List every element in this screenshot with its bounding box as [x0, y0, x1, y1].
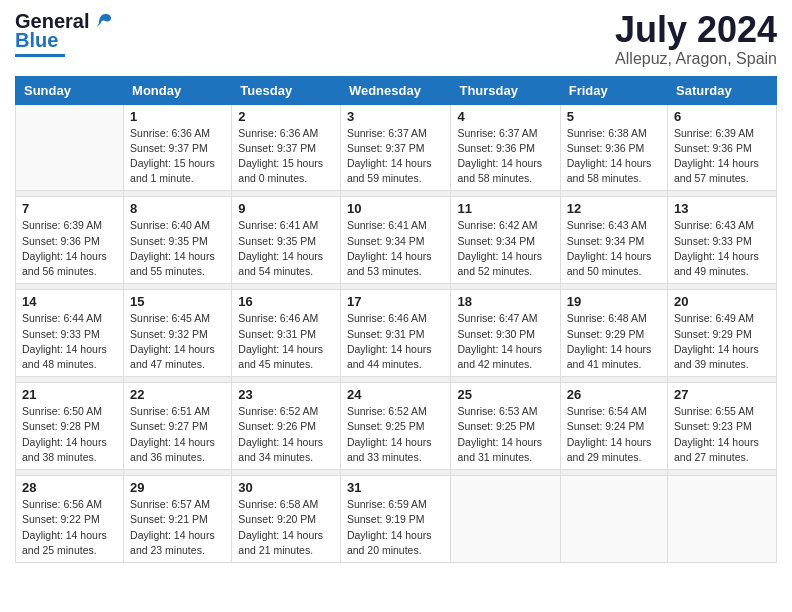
day-number: 16 [238, 294, 334, 309]
calendar-cell: 23Sunrise: 6:52 AM Sunset: 9:26 PM Dayli… [232, 383, 341, 470]
day-info: Sunrise: 6:44 AM Sunset: 9:33 PM Dayligh… [22, 311, 117, 372]
day-number: 13 [674, 201, 770, 216]
calendar-cell: 2Sunrise: 6:36 AM Sunset: 9:37 PM Daylig… [232, 104, 341, 191]
calendar-cell [668, 476, 777, 563]
calendar-cell: 31Sunrise: 6:59 AM Sunset: 9:19 PM Dayli… [340, 476, 451, 563]
header: General Blue July 2024 Allepuz, Aragon, … [15, 10, 777, 68]
day-number: 30 [238, 480, 334, 495]
day-info: Sunrise: 6:45 AM Sunset: 9:32 PM Dayligh… [130, 311, 225, 372]
day-number: 10 [347, 201, 445, 216]
calendar-cell: 21Sunrise: 6:50 AM Sunset: 9:28 PM Dayli… [16, 383, 124, 470]
calendar-cell: 20Sunrise: 6:49 AM Sunset: 9:29 PM Dayli… [668, 290, 777, 377]
day-number: 28 [22, 480, 117, 495]
calendar-cell: 6Sunrise: 6:39 AM Sunset: 9:36 PM Daylig… [668, 104, 777, 191]
calendar-cell: 24Sunrise: 6:52 AM Sunset: 9:25 PM Dayli… [340, 383, 451, 470]
title-area: July 2024 Allepuz, Aragon, Spain [615, 10, 777, 68]
calendar-cell: 7Sunrise: 6:39 AM Sunset: 9:36 PM Daylig… [16, 197, 124, 284]
day-info: Sunrise: 6:46 AM Sunset: 9:31 PM Dayligh… [238, 311, 334, 372]
calendar-cell: 4Sunrise: 6:37 AM Sunset: 9:36 PM Daylig… [451, 104, 560, 191]
calendar-cell: 9Sunrise: 6:41 AM Sunset: 9:35 PM Daylig… [232, 197, 341, 284]
calendar-cell: 29Sunrise: 6:57 AM Sunset: 9:21 PM Dayli… [124, 476, 232, 563]
day-info: Sunrise: 6:52 AM Sunset: 9:26 PM Dayligh… [238, 404, 334, 465]
day-number: 24 [347, 387, 445, 402]
day-number: 25 [457, 387, 553, 402]
calendar-cell: 27Sunrise: 6:55 AM Sunset: 9:23 PM Dayli… [668, 383, 777, 470]
weekday-header-saturday: Saturday [668, 76, 777, 104]
calendar-table: SundayMondayTuesdayWednesdayThursdayFrid… [15, 76, 777, 563]
day-info: Sunrise: 6:50 AM Sunset: 9:28 PM Dayligh… [22, 404, 117, 465]
day-info: Sunrise: 6:43 AM Sunset: 9:34 PM Dayligh… [567, 218, 661, 279]
day-number: 19 [567, 294, 661, 309]
location-title: Allepuz, Aragon, Spain [615, 50, 777, 68]
calendar-week-2: 7Sunrise: 6:39 AM Sunset: 9:36 PM Daylig… [16, 197, 777, 284]
day-info: Sunrise: 6:36 AM Sunset: 9:37 PM Dayligh… [238, 126, 334, 187]
calendar-cell [451, 476, 560, 563]
weekday-header-tuesday: Tuesday [232, 76, 341, 104]
day-info: Sunrise: 6:54 AM Sunset: 9:24 PM Dayligh… [567, 404, 661, 465]
calendar-week-1: 1Sunrise: 6:36 AM Sunset: 9:37 PM Daylig… [16, 104, 777, 191]
day-info: Sunrise: 6:56 AM Sunset: 9:22 PM Dayligh… [22, 497, 117, 558]
calendar-week-4: 21Sunrise: 6:50 AM Sunset: 9:28 PM Dayli… [16, 383, 777, 470]
day-number: 27 [674, 387, 770, 402]
calendar-header: SundayMondayTuesdayWednesdayThursdayFrid… [16, 76, 777, 104]
calendar-cell: 12Sunrise: 6:43 AM Sunset: 9:34 PM Dayli… [560, 197, 667, 284]
weekday-header-friday: Friday [560, 76, 667, 104]
day-info: Sunrise: 6:49 AM Sunset: 9:29 PM Dayligh… [674, 311, 770, 372]
day-info: Sunrise: 6:38 AM Sunset: 9:36 PM Dayligh… [567, 126, 661, 187]
calendar-cell: 1Sunrise: 6:36 AM Sunset: 9:37 PM Daylig… [124, 104, 232, 191]
day-number: 29 [130, 480, 225, 495]
weekday-header-sunday: Sunday [16, 76, 124, 104]
month-title: July 2024 [615, 10, 777, 50]
day-info: Sunrise: 6:48 AM Sunset: 9:29 PM Dayligh… [567, 311, 661, 372]
day-number: 17 [347, 294, 445, 309]
weekday-header-wednesday: Wednesday [340, 76, 451, 104]
calendar-cell: 30Sunrise: 6:58 AM Sunset: 9:20 PM Dayli… [232, 476, 341, 563]
day-info: Sunrise: 6:37 AM Sunset: 9:37 PM Dayligh… [347, 126, 445, 187]
logo-bird-icon [91, 11, 113, 33]
day-info: Sunrise: 6:55 AM Sunset: 9:23 PM Dayligh… [674, 404, 770, 465]
day-number: 4 [457, 109, 553, 124]
day-number: 8 [130, 201, 225, 216]
day-info: Sunrise: 6:41 AM Sunset: 9:35 PM Dayligh… [238, 218, 334, 279]
calendar-cell: 11Sunrise: 6:42 AM Sunset: 9:34 PM Dayli… [451, 197, 560, 284]
calendar-cell: 13Sunrise: 6:43 AM Sunset: 9:33 PM Dayli… [668, 197, 777, 284]
day-info: Sunrise: 6:43 AM Sunset: 9:33 PM Dayligh… [674, 218, 770, 279]
calendar-cell: 15Sunrise: 6:45 AM Sunset: 9:32 PM Dayli… [124, 290, 232, 377]
day-number: 6 [674, 109, 770, 124]
day-info: Sunrise: 6:37 AM Sunset: 9:36 PM Dayligh… [457, 126, 553, 187]
day-info: Sunrise: 6:42 AM Sunset: 9:34 PM Dayligh… [457, 218, 553, 279]
day-number: 1 [130, 109, 225, 124]
day-number: 11 [457, 201, 553, 216]
day-number: 14 [22, 294, 117, 309]
calendar-cell [16, 104, 124, 191]
day-number: 21 [22, 387, 117, 402]
day-info: Sunrise: 6:53 AM Sunset: 9:25 PM Dayligh… [457, 404, 553, 465]
day-info: Sunrise: 6:47 AM Sunset: 9:30 PM Dayligh… [457, 311, 553, 372]
weekday-header-monday: Monday [124, 76, 232, 104]
calendar-cell: 5Sunrise: 6:38 AM Sunset: 9:36 PM Daylig… [560, 104, 667, 191]
calendar-cell: 3Sunrise: 6:37 AM Sunset: 9:37 PM Daylig… [340, 104, 451, 191]
day-number: 3 [347, 109, 445, 124]
day-number: 26 [567, 387, 661, 402]
calendar-week-5: 28Sunrise: 6:56 AM Sunset: 9:22 PM Dayli… [16, 476, 777, 563]
day-info: Sunrise: 6:39 AM Sunset: 9:36 PM Dayligh… [22, 218, 117, 279]
day-number: 2 [238, 109, 334, 124]
weekday-header-thursday: Thursday [451, 76, 560, 104]
day-info: Sunrise: 6:40 AM Sunset: 9:35 PM Dayligh… [130, 218, 225, 279]
day-number: 12 [567, 201, 661, 216]
calendar-cell: 25Sunrise: 6:53 AM Sunset: 9:25 PM Dayli… [451, 383, 560, 470]
calendar-week-3: 14Sunrise: 6:44 AM Sunset: 9:33 PM Dayli… [16, 290, 777, 377]
calendar-cell: 16Sunrise: 6:46 AM Sunset: 9:31 PM Dayli… [232, 290, 341, 377]
day-number: 5 [567, 109, 661, 124]
day-number: 18 [457, 294, 553, 309]
day-number: 23 [238, 387, 334, 402]
calendar-cell: 28Sunrise: 6:56 AM Sunset: 9:22 PM Dayli… [16, 476, 124, 563]
calendar-cell: 10Sunrise: 6:41 AM Sunset: 9:34 PM Dayli… [340, 197, 451, 284]
calendar-cell: 14Sunrise: 6:44 AM Sunset: 9:33 PM Dayli… [16, 290, 124, 377]
calendar-cell [560, 476, 667, 563]
day-info: Sunrise: 6:41 AM Sunset: 9:34 PM Dayligh… [347, 218, 445, 279]
day-number: 9 [238, 201, 334, 216]
calendar-cell: 8Sunrise: 6:40 AM Sunset: 9:35 PM Daylig… [124, 197, 232, 284]
calendar-cell: 19Sunrise: 6:48 AM Sunset: 9:29 PM Dayli… [560, 290, 667, 377]
day-info: Sunrise: 6:36 AM Sunset: 9:37 PM Dayligh… [130, 126, 225, 187]
